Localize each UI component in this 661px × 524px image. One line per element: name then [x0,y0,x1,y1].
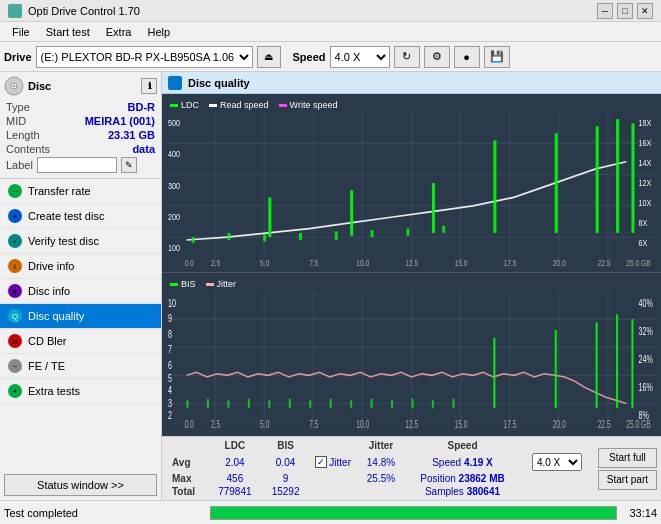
nav-create-test-disc[interactable]: + Create test disc [0,204,161,229]
eject-button[interactable]: ⏏ [257,46,281,68]
svg-text:0.0: 0.0 [184,258,194,268]
nav-cd-bler[interactable]: B CD Bler [0,329,161,354]
nav-fe-te-label: FE / TE [28,360,65,372]
disc-type-row: Type BD-R [4,100,157,114]
nav-disc-quality[interactable]: Q Disc quality [0,304,161,329]
menu-extra[interactable]: Extra [98,24,140,40]
nav-verify-test-disc[interactable]: ✓ Verify test disc [0,229,161,254]
maximize-button[interactable]: □ [617,3,633,19]
svg-text:20.0: 20.0 [553,258,566,268]
disc-type-label: Type [6,101,30,113]
save-button[interactable]: 💾 [484,46,510,68]
disc-mid-value: MEIRA1 (001) [85,115,155,127]
svg-text:300: 300 [168,180,180,191]
total-ldc: 779841 [208,485,262,498]
verify-test-disc-icon: ✓ [8,234,22,248]
svg-text:22.5: 22.5 [598,419,611,431]
transfer-rate-icon: → [8,184,22,198]
close-button[interactable]: ✕ [637,3,653,19]
status-time: 33:14 [629,507,657,519]
disc-label-input[interactable] [37,157,117,173]
position-label: Position [420,473,458,484]
svg-text:17.5: 17.5 [504,419,517,431]
create-test-disc-icon: + [8,209,22,223]
svg-rect-84 [186,401,188,409]
jitter-checkbox-container: ✓ Jitter [315,456,351,468]
nav-create-test-disc-label: Create test disc [28,210,104,222]
nav-disc-quality-label: Disc quality [28,310,84,322]
nav-cd-bler-label: CD Bler [28,335,67,347]
drive-select[interactable]: (E:) PLEXTOR BD-R PX-LB950SA 1.06 [36,46,253,68]
svg-rect-101 [616,315,618,409]
disc-info-btn[interactable]: ℹ [141,78,157,94]
legend-bis: BIS [170,279,196,289]
refresh-button[interactable]: ↻ [394,46,420,68]
svg-text:18X: 18X [639,117,652,128]
disc-type-value: BD-R [128,101,156,113]
jitter-checkbox-label: Jitter [329,457,351,468]
menu-help[interactable]: Help [139,24,178,40]
stats-bar: LDC BIS Jitter Speed Avg 2.04 0.04 [162,436,661,500]
disc-contents-label: Contents [6,143,50,155]
disc-label-btn[interactable]: ✎ [121,157,137,173]
avg-label: Avg [166,452,208,472]
svg-point-2 [13,85,16,88]
nav-extra-tests[interactable]: + Extra tests [0,379,161,404]
svg-text:10.0: 10.0 [356,258,369,268]
dq-header-title: Disc quality [188,77,250,89]
max-bis: 9 [262,472,309,485]
title-bar-left: Opti Drive Control 1.70 [8,4,140,18]
drive-info-icon: i [8,259,22,273]
app-icon [8,4,22,18]
speed-select[interactable]: 4.0 X [330,46,390,68]
jitter-checkbox[interactable]: ✓ [315,456,327,468]
menu-file[interactable]: File [4,24,38,40]
nav-transfer-rate[interactable]: → Transfer rate [0,179,161,204]
minimize-button[interactable]: ─ [597,3,613,19]
top-chart: LDC Read speed Write speed [162,94,661,272]
svg-rect-39 [432,183,435,233]
svg-text:5: 5 [168,373,172,385]
svg-rect-86 [227,401,229,409]
disc-label-row: Label ✎ [4,156,157,174]
bottom-chart: BIS Jitter [162,273,661,436]
bis-legend-label: BIS [181,279,196,289]
menu-start-test[interactable]: Start test [38,24,98,40]
start-part-button[interactable]: Start part [598,470,657,490]
write-speed-legend-label: Write speed [290,100,338,110]
svg-text:8: 8 [168,329,172,341]
nav-transfer-rate-label: Transfer rate [28,185,91,197]
svg-rect-30 [227,233,230,240]
nav-drive-info[interactable]: i Drive info [0,254,161,279]
svg-rect-41 [555,133,558,233]
status-window-button[interactable]: Status window >> [4,474,157,496]
nav-fe-te[interactable]: ~ FE / TE [0,354,161,379]
nav-drive-info-label: Drive info [28,260,74,272]
settings-button[interactable]: ⚙ [424,46,450,68]
svg-text:8X: 8X [639,217,648,228]
start-full-button[interactable]: Start full [598,448,657,468]
nav-verify-test-disc-label: Verify test disc [28,235,99,247]
total-label: Total [166,485,208,498]
svg-text:500: 500 [168,117,180,128]
svg-rect-38 [350,190,353,236]
disc-info-panel: Disc ℹ Type BD-R MID MEIRA1 (001) Length… [0,72,161,179]
fe-te-icon: ~ [8,359,22,373]
svg-rect-92 [350,401,352,409]
avg-ldc: 2.04 [208,452,262,472]
svg-text:32%: 32% [639,326,653,338]
svg-text:7.5: 7.5 [309,258,319,268]
speed-test-select[interactable]: 4.0 X [532,453,582,471]
menu-bar: File Start test Extra Help [0,22,661,42]
disc-contents-row: Contents data [4,142,157,156]
burn-button[interactable]: ● [454,46,480,68]
ldc-legend-label: LDC [181,100,199,110]
svg-text:20.0: 20.0 [553,419,566,431]
svg-text:25.0 GB: 25.0 GB [626,258,650,268]
legend-read-speed: Read speed [209,100,269,110]
position-value: 23862 MB [459,473,505,484]
svg-text:2.5: 2.5 [211,419,220,431]
svg-text:16X: 16X [639,137,652,148]
nav-disc-info[interactable]: ● Disc info [0,279,161,304]
extra-tests-icon: + [8,384,22,398]
